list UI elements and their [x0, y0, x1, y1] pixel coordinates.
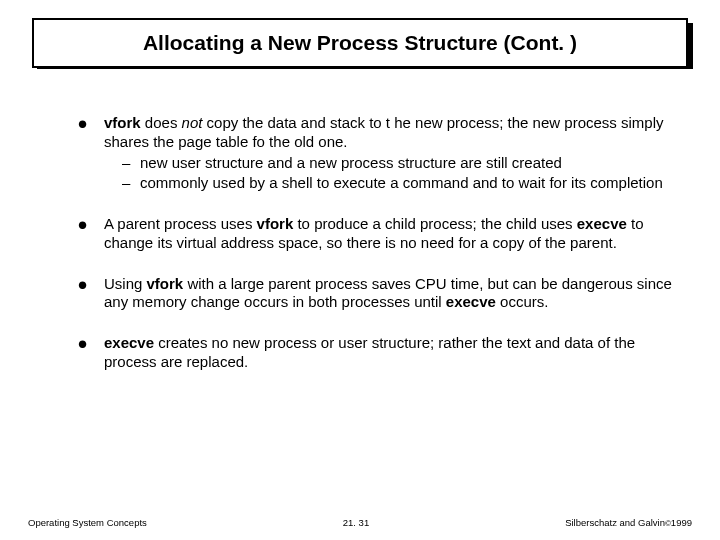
- slide: Allocating a New Process Structure (Cont…: [0, 0, 720, 540]
- footer-right: Silberschatz and Galvin©1999: [565, 517, 692, 528]
- footer-left: Operating System Concepts: [28, 517, 147, 528]
- bullet-1: vfork does not copy the data and stack t…: [78, 114, 674, 193]
- slide-title: Allocating a New Process Structure (Cont…: [143, 31, 577, 55]
- keyword-execve: execve: [577, 215, 627, 232]
- footer-center: 21. 31: [343, 517, 369, 528]
- sub-bullet: commonly used by a shell to execute a co…: [122, 174, 674, 193]
- text: creates no new process or user structure…: [104, 334, 635, 370]
- title-container: Allocating a New Process Structure (Cont…: [32, 18, 688, 68]
- footer: Operating System Concepts 21. 31 Silbers…: [28, 517, 692, 528]
- text: Using: [104, 275, 147, 292]
- text: does: [141, 114, 182, 131]
- keyword-vfork: vfork: [147, 275, 184, 292]
- bullet-3: Using vfork with a large parent process …: [78, 275, 674, 313]
- keyword-execve: execve: [446, 293, 496, 310]
- text: with a large parent process saves CPU ti…: [104, 275, 672, 311]
- sub-list: new user structure and a new process str…: [122, 154, 674, 194]
- keyword-vfork: vfork: [104, 114, 141, 131]
- text: to produce a child process; the child us…: [293, 215, 577, 232]
- sub-bullet: new user structure and a new process str…: [122, 154, 674, 173]
- content-area: vfork does not copy the data and stack t…: [78, 114, 674, 372]
- text: occurs.: [496, 293, 549, 310]
- footer-year: 1999: [671, 517, 692, 528]
- bullet-4: execve creates no new process or user st…: [78, 334, 674, 372]
- bullet-2: A parent process uses vfork to produce a…: [78, 215, 674, 253]
- text: A parent process uses: [104, 215, 257, 232]
- keyword-execve: execve: [104, 334, 154, 351]
- italic-not: not: [182, 114, 203, 131]
- bullet-list: vfork does not copy the data and stack t…: [78, 114, 674, 372]
- footer-authors: Silberschatz and Galvin: [565, 517, 665, 528]
- title-box: Allocating a New Process Structure (Cont…: [32, 18, 688, 68]
- keyword-vfork: vfork: [257, 215, 294, 232]
